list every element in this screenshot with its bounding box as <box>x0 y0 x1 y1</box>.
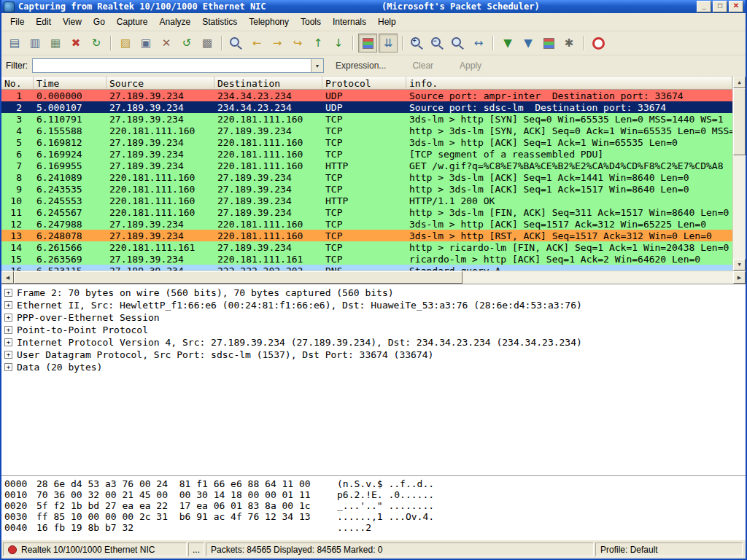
expand-plus-icon[interactable]: + <box>4 301 12 309</box>
expand-plus-icon[interactable]: + <box>4 314 12 322</box>
packet-row[interactable]: 166.52311527.189.39.234222.222.202.202DN… <box>1 265 732 271</box>
forward-button[interactable]: → <box>268 34 287 52</box>
zoom-100-button[interactable] <box>449 34 468 52</box>
expand-plus-icon[interactable]: + <box>4 351 12 359</box>
horizontal-scroll-thumb[interactable] <box>14 271 462 284</box>
detail-row[interactable]: +Internet Protocol Version 4, Src: 27.18… <box>1 336 746 349</box>
menu-item-edit[interactable]: Edit <box>30 15 57 29</box>
save-button[interactable]: ▣ <box>136 34 155 52</box>
hex-row[interactable]: 004016 fb 19 8b b7 32.....2 <box>4 522 743 533</box>
packet-row[interactable]: 126.24798827.189.39.234220.181.111.160TC… <box>1 218 732 230</box>
packet-row[interactable]: 146.261566220.181.111.16127.189.39.234TC… <box>1 241 732 253</box>
filter-dropdown-button[interactable]: ▼ <box>311 59 323 72</box>
print-button[interactable]: ▩ <box>198 34 217 52</box>
detail-row[interactable]: +Data (20 bytes) <box>1 361 746 373</box>
open-button[interactable]: ▨ <box>116 34 135 52</box>
hex-row[interactable]: 00205f f2 1b bd 27 ea ea 22 17 ea 06 01 … <box>4 500 743 511</box>
status-profile[interactable]: Profile: Default <box>595 542 743 556</box>
expand-plus-icon[interactable]: + <box>4 363 12 371</box>
zoom-in-button[interactable] <box>408 34 427 52</box>
packet-row[interactable]: 66.16992427.189.39.234220.181.111.160TCP… <box>1 148 732 160</box>
packet-row[interactable]: 56.16981227.189.39.234220.181.111.160TCP… <box>1 136 732 148</box>
zoom-out-button[interactable] <box>428 34 447 52</box>
vertical-scroll-track[interactable] <box>733 88 746 259</box>
detail-row[interactable]: +PPP-over-Ethernet Session <box>1 311 746 324</box>
packet-row[interactable]: 96.243535220.181.111.16027.189.39.234TCP… <box>1 183 732 195</box>
capture-filters-button[interactable]: ▼ <box>498 34 517 52</box>
packet-row[interactable]: 10.00000027.189.39.234234.34.23.234UDPSo… <box>1 90 732 101</box>
menu-item-tools[interactable]: Tools <box>295 15 327 29</box>
packet-list-vertical-scrollbar[interactable]: ▲ ▼ <box>732 77 746 271</box>
coloring-rules-button[interactable] <box>539 34 558 52</box>
column-header-no[interactable]: No. <box>1 77 34 90</box>
menu-item-go[interactable]: Go <box>88 15 111 29</box>
display-filters-button[interactable]: ▼ <box>519 34 538 52</box>
menu-item-telephony[interactable]: Telephony <box>243 15 295 29</box>
packet-row[interactable]: 76.16995527.189.39.234220.181.111.160HTT… <box>1 160 732 171</box>
column-header-protocol[interactable]: Protocol <box>322 77 406 90</box>
menu-item-statistics[interactable]: Statistics <box>196 15 243 29</box>
coloring-rules-icon <box>543 38 554 49</box>
colorize-toggle[interactable] <box>358 34 377 52</box>
scroll-right-button[interactable]: ▶ <box>733 271 746 284</box>
detail-row[interactable]: +Point-to-Point Protocol <box>1 324 746 336</box>
hex-row[interactable]: 000028 6e d4 53 a3 76 00 24 81 f1 66 e6 … <box>4 478 743 489</box>
capture-start-button[interactable]: ▦ <box>46 34 65 52</box>
packet-list-horizontal-scrollbar[interactable]: ◀ ▶ <box>1 271 746 284</box>
capture-stop-button[interactable]: ✖ <box>66 34 85 52</box>
column-header-time[interactable]: Time <box>34 77 107 90</box>
expert-info-icon[interactable] <box>8 545 17 554</box>
scroll-down-button[interactable]: ▼ <box>733 259 746 271</box>
interfaces-button[interactable]: ▤ <box>5 34 24 52</box>
maximize-button[interactable]: □ <box>713 1 727 12</box>
resize-columns-button[interactable]: ↔ <box>469 34 488 52</box>
expand-plus-icon[interactable]: + <box>4 289 12 297</box>
autoscroll-toggle[interactable]: ⇊ <box>379 34 398 52</box>
menu-item-capture[interactable]: Capture <box>111 15 154 29</box>
scroll-up-button[interactable]: ▲ <box>733 77 746 88</box>
column-header-info[interactable]: info. <box>406 77 732 90</box>
packet-row[interactable]: 36.11079127.189.39.234220.181.111.160TCP… <box>1 113 732 125</box>
packet-row[interactable]: 106.245553220.181.111.16027.189.39.234HT… <box>1 195 732 206</box>
expand-plus-icon[interactable]: + <box>4 326 12 334</box>
menu-item-view[interactable]: View <box>57 15 88 29</box>
find-button[interactable] <box>227 34 246 52</box>
menu-item-help[interactable]: Help <box>372 15 402 29</box>
filter-input[interactable] <box>33 59 311 72</box>
preferences-button[interactable]: ✱ <box>560 34 578 52</box>
packet-row[interactable]: 136.24807827.189.39.234220.181.111.160TC… <box>1 230 732 241</box>
reload-button[interactable]: ↺ <box>177 34 196 52</box>
help-button[interactable] <box>589 34 608 52</box>
go-bottom-button[interactable]: ↓ <box>329 34 348 52</box>
detail-row[interactable]: +Frame 2: 70 bytes on wire (560 bits), 7… <box>1 287 746 299</box>
close-file-button[interactable]: ✕ <box>157 34 176 52</box>
packet-row[interactable]: 86.241089220.181.111.16027.189.39.234TCP… <box>1 171 732 183</box>
minimize-button[interactable]: _ <box>697 1 711 12</box>
packet-row[interactable]: 25.00010727.189.39.234234.34.23.234UDPSo… <box>1 101 732 113</box>
scroll-left-button[interactable]: ◀ <box>1 271 14 284</box>
detail-row[interactable]: +User Datagram Protocol, Src Port: sdsc-… <box>1 349 746 361</box>
column-header-source[interactable]: Source <box>107 77 214 90</box>
close-button[interactable]: ✕ <box>729 1 743 12</box>
hex-row[interactable]: 0030ff 85 10 00 00 00 2c 31 b6 91 ac 4f … <box>4 511 743 522</box>
goto-packet-button[interactable]: ↪ <box>288 34 307 52</box>
detail-row[interactable]: +Ethernet II, Src: HewlettP_f1:66:e6 (00… <box>1 299 746 311</box>
column-header-destination[interactable]: Destination <box>214 77 322 90</box>
menu-item-file[interactable]: File <box>4 15 30 29</box>
menu-item-analyze[interactable]: Analyze <box>154 15 197 29</box>
menu-item-internals[interactable]: Internals <box>327 15 372 29</box>
packet-row[interactable]: 116.245567220.181.111.16027.189.39.234TC… <box>1 206 732 218</box>
capture-restart-button[interactable]: ↻ <box>87 34 106 52</box>
horizontal-scroll-track[interactable] <box>14 271 733 284</box>
go-top-button[interactable]: ↑ <box>309 34 328 52</box>
clear-button[interactable]: Clear <box>408 59 438 72</box>
vertical-scroll-thumb[interactable] <box>733 88 746 155</box>
packet-row[interactable]: 46.155588220.181.111.16027.189.39.234TCP… <box>1 125 732 136</box>
packet-row[interactable]: 156.26356927.189.39.234220.181.111.161TC… <box>1 253 732 265</box>
back-button[interactable]: ← <box>247 34 266 52</box>
hex-row[interactable]: 001070 36 00 32 00 21 45 00 00 30 14 18 … <box>4 489 743 500</box>
capture-options-button[interactable]: ▥ <box>26 34 44 52</box>
apply-button[interactable]: Apply <box>455 59 486 72</box>
expression-button[interactable]: Expression... <box>331 59 390 72</box>
expand-plus-icon[interactable]: + <box>4 338 12 346</box>
